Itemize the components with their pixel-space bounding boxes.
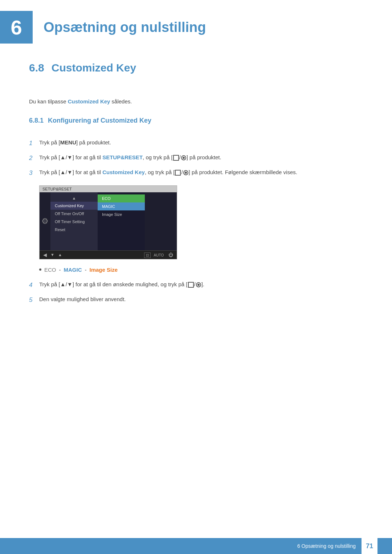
chapter-header: 6 Opsætning og nulstilling (0, 0, 392, 54)
monitor-screenshot: SETUP&RESET ⚙ ▲ Customized Key Off Timer… (39, 185, 177, 259)
bullet-dot (39, 268, 41, 271)
footer-page-number: 71 (362, 538, 377, 554)
step-number-1: 1 (29, 138, 39, 148)
chapter-number-box: 6 (0, 11, 33, 44)
submenu-imagesize: Image Size (98, 210, 145, 218)
submenu-eco: ECO (98, 194, 145, 202)
bullet-item-options: ECO - MAGIC - Image Size (39, 267, 363, 273)
chapter-title: Opsætning og nulstilling (44, 20, 206, 35)
monitor-body: ⚙ ▲ Customized Key Off Timer On/Off Off … (40, 192, 177, 250)
dash-2: - (85, 267, 87, 273)
footer-icon-down: ▼ (50, 253, 54, 257)
step-content-1: Tryk på [MENU] på produktet. (39, 138, 363, 147)
monitor-footer: ◀ ▼ ▲ ⊡ AUTO ⏻ (40, 250, 177, 259)
menu-item-offtimer: Off Timer On/Off (50, 210, 98, 218)
intro-text-before: Du kan tilpasse (29, 98, 68, 104)
step-5: 5 Den valgte mulighed bliver anvendt. (29, 295, 363, 305)
section-number: 6.8 (29, 62, 44, 78)
step-1: 1 Tryk på [MENU] på produktet. (29, 138, 363, 148)
magic-label: MAGIC (64, 267, 82, 273)
submenu-magic: MAGIC (98, 202, 145, 210)
footer-icon-up: ▲ (58, 253, 62, 257)
monitor-left-icon: ⚙ (40, 192, 50, 250)
main-content: 6.8 Customized Key Du kan tilpasse Custo… (0, 62, 392, 341)
step-number-5: 5 (29, 295, 39, 305)
steps-list: 1 Tryk på [MENU] på produktet. 2 Tryk på… (29, 138, 363, 178)
eco-label: ECO (44, 267, 56, 273)
menu-item-offtimer-setting: Off Timer Setting (50, 218, 98, 226)
step-content-4: Tryk på [▲/▼] for at gå til den ønskede … (39, 280, 363, 289)
menu-item-reset: Reset (50, 226, 98, 234)
footer-icon-left: ◀ (43, 252, 47, 258)
menu-item-customized: Customized Key (50, 202, 98, 210)
step-content-2: Tryk på [▲/▼] for at gå til SETUP&RESET,… (39, 153, 363, 162)
step-number-4: 4 (29, 280, 39, 290)
dash-1: - (59, 267, 61, 273)
step-content-3: Tryk på [▲/▼] for at gå til Customized K… (39, 168, 363, 177)
subsection-number: 6.8.1 (29, 117, 44, 124)
monitor-title-bar: SETUP&RESET (40, 186, 177, 192)
bullet-options: ECO - MAGIC - Image Size (39, 267, 363, 273)
monitor-menu: ▲ Customized Key Off Timer On/Off Off Ti… (50, 192, 98, 250)
page-footer: 6 Opsætning og nulstilling 71 (0, 538, 392, 554)
subsection-title: Konfigurering af Customized Key (48, 117, 151, 124)
footer-chapter-ref: 6 Opsætning og nulstilling (297, 543, 356, 549)
step-4: 4 Tryk på [▲/▼] for at gå til den ønsked… (29, 280, 363, 290)
footer-auto: ⊡ AUTO ⏻ (144, 252, 173, 258)
step-content-5: Den valgte mulighed bliver anvendt. (39, 295, 363, 304)
step-3: 3 Tryk på [▲/▼] for at gå til Customized… (29, 168, 363, 178)
monitor-submenu: ECO MAGIC Image Size (98, 192, 145, 250)
steps-list-2: 4 Tryk på [▲/▼] for at gå til den ønsked… (29, 280, 363, 305)
step-number-2: 2 (29, 153, 39, 163)
chapter-number: 6 (11, 16, 22, 39)
intro-text-after: således. (110, 98, 132, 104)
imagesize-label: Image Size (90, 267, 118, 273)
intro-paragraph: Du kan tilpasse Customized Key således. (29, 97, 363, 106)
step-2: 2 Tryk på [▲/▼] for at gå til SETUP&RESE… (29, 153, 363, 163)
intro-highlight: Customized Key (68, 98, 110, 104)
section-title: Customized Key (52, 62, 136, 78)
step-number-3: 3 (29, 168, 39, 178)
